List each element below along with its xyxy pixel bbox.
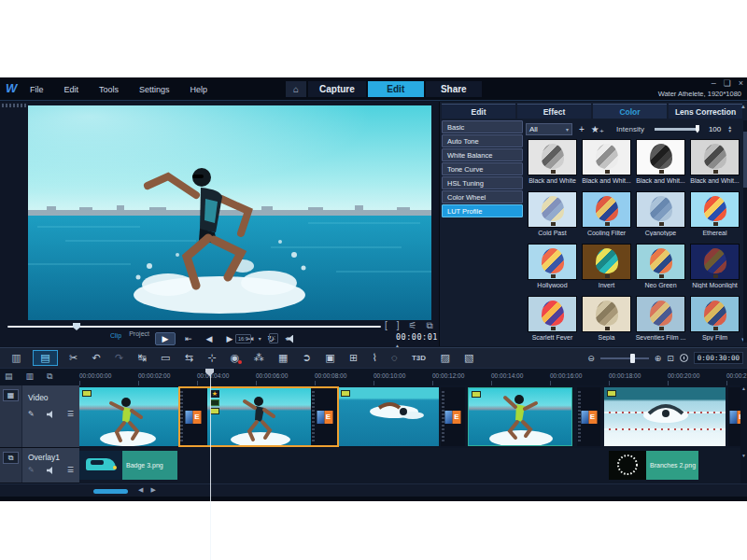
record-capture-icon[interactable]: ◉	[231, 350, 240, 366]
timeline-ruler[interactable]: ▤▥⧉ 00:00:00:0000:00:02:0000:00:04:0000:…	[0, 368, 747, 385]
home-button[interactable]: ⌂	[286, 81, 306, 97]
title-3d-icon[interactable]: T3D	[412, 350, 426, 366]
overlay-mute-icon[interactable]	[47, 467, 55, 474]
lut-item[interactable]: Cyanotype	[634, 189, 688, 242]
sidebar-item-tone-curve[interactable]: Tone Curve	[442, 162, 523, 175]
overlay-fx-brush-icon[interactable]: ✎	[28, 466, 35, 474]
overlay-options-icon[interactable]: ▧	[464, 350, 473, 366]
mark-out-icon[interactable]: ]	[397, 320, 400, 331]
panel-tab-edit[interactable]: Edit	[442, 104, 515, 119]
timeline-view-button[interactable]: ▤	[33, 350, 58, 366]
mask-creator-icon[interactable]: ▭	[161, 350, 170, 366]
overlay-track-lane[interactable]: Badge 3.png Branches 2.png	[79, 448, 747, 483]
panel-tab-color[interactable]: Color	[593, 104, 667, 119]
lut-item[interactable]: Scarlett Fever	[526, 294, 580, 346]
audio-mixer-icon[interactable]: ⁂	[254, 350, 264, 366]
storyboard-view-button[interactable]: ▥	[4, 350, 29, 366]
menu-edit[interactable]: Edit	[63, 83, 81, 96]
lut-item[interactable]: Black and White	[526, 137, 580, 189]
timeline-hscrollbar[interactable]: ◀ ▶	[0, 483, 747, 497]
panel-scrollbar[interactable]	[743, 120, 747, 343]
scroll-right-icon[interactable]: ▶	[150, 486, 155, 494]
undo-icon[interactable]: ↶	[92, 350, 101, 366]
zoom-out-icon[interactable]: ⊖	[587, 354, 595, 363]
intensity-value[interactable]: 100	[709, 125, 721, 133]
transition-4[interactable]: E	[577, 387, 600, 446]
scroll-up-icon[interactable]: ▲	[740, 104, 746, 109]
chroma-key-icon[interactable]: ▦	[278, 350, 288, 366]
sidebar-item-white-balance[interactable]: White Balance	[442, 148, 523, 161]
menu-settings[interactable]: Settings	[137, 83, 172, 96]
video-clip-5[interactable]	[604, 387, 726, 446]
speech-to-text-icon[interactable]: ⌇	[372, 350, 376, 366]
video-fx-brush-icon[interactable]: ✎	[28, 410, 35, 418]
enlarge-dropdown-icon[interactable]: ▾	[286, 335, 289, 342]
video-clip-4[interactable]	[468, 387, 572, 446]
sidebar-item-color-wheel[interactable]: Color Wheel	[442, 190, 523, 203]
overlay-clip-badge[interactable]: Badge 3.png	[79, 451, 177, 480]
hscroll-thumb[interactable]	[93, 489, 128, 494]
lut-item[interactable]: Ethereal	[688, 189, 742, 242]
scissors-icon[interactable]: ✂	[69, 350, 78, 366]
lut-item[interactable]: Invert	[580, 242, 634, 294]
intensity-slider-handle[interactable]	[696, 125, 699, 133]
lut-item[interactable]: Cooling Filter	[580, 189, 634, 242]
sidebar-item-hsl-tuning[interactable]: HSL Tuning	[442, 176, 523, 189]
video-track-icon[interactable]: ▦	[3, 389, 19, 401]
aspect-dropdown-icon[interactable]: ▾	[259, 335, 261, 342]
lut-item[interactable]: Hollywood	[526, 242, 580, 294]
zoom-slider-handle[interactable]	[630, 354, 635, 363]
trim-icon[interactable]: ↹	[138, 350, 147, 366]
multi-trim-icon[interactable]: ⊹	[207, 350, 216, 366]
split-clip-icon[interactable]: ⚟	[409, 320, 417, 331]
subtitle-editor-icon[interactable]: ▣	[325, 350, 334, 366]
sidebar-item-auto-tone[interactable]: Auto Tone	[442, 134, 523, 147]
add-favorite-button[interactable]: ★₊	[591, 124, 604, 134]
previous-frame-button[interactable]: ◀	[202, 332, 217, 345]
lut-item[interactable]: Sepia	[580, 294, 634, 346]
project-duration-timecode[interactable]: 0:00:30:00	[694, 352, 743, 364]
menu-file[interactable]: File	[28, 83, 46, 96]
pan-zoom-icon[interactable]: ➲	[303, 350, 311, 366]
panel-tab-effect[interactable]: Effect	[517, 104, 591, 119]
scrubber-handle[interactable]	[73, 323, 80, 330]
fit-project-icon[interactable]: ⊡	[667, 354, 674, 363]
menu-tools[interactable]: Tools	[97, 83, 120, 96]
video-clip-1[interactable]	[79, 387, 179, 446]
motion-tracking-icon[interactable]: ◌	[391, 350, 398, 366]
jump-start-button[interactable]: ⇤	[181, 332, 196, 345]
intensity-slider[interactable]	[655, 128, 698, 131]
category-dropdown[interactable]: All▾	[526, 123, 572, 135]
lut-item[interactable]: Black and Whit...	[688, 137, 742, 189]
enlarge-button[interactable]: ⛶	[269, 333, 278, 343]
close-button[interactable]: ×	[739, 78, 743, 88]
video-mute-icon[interactable]	[47, 411, 55, 418]
mode-tab-capture[interactable]: Capture	[308, 81, 366, 97]
video-track-lane[interactable]: E ★ E	[79, 385, 747, 448]
mark-in-icon[interactable]: [	[385, 320, 388, 331]
duration-clock-icon[interactable]	[680, 354, 688, 362]
preview-viewer[interactable]	[28, 105, 431, 320]
transition-2[interactable]: E	[311, 387, 338, 446]
overlay-track-icon[interactable]: ⧉	[3, 452, 19, 464]
scroll-left-icon[interactable]: ◀	[138, 486, 143, 494]
lut-item[interactable]: Night Moonlight	[688, 242, 742, 294]
enlarge-preview-icon[interactable]: ⧉	[427, 320, 433, 331]
aspect-ratio-button[interactable]: 16:9	[235, 334, 251, 343]
timeline-vscrollbar[interactable]: ▲▼	[740, 385, 747, 483]
mask-icon[interactable]: ▨	[440, 350, 449, 366]
overlay-track-menu-icon[interactable]: ☰	[67, 466, 74, 474]
panel-tab-lens-correction[interactable]: Lens Correction	[669, 104, 742, 119]
add-lut-button[interactable]: +	[579, 124, 585, 134]
restore-button[interactable]: ❏	[724, 78, 731, 88]
panel-grip[interactable]	[2, 104, 26, 107]
grid-icon[interactable]: ⊞	[349, 350, 358, 366]
split-screen-icon[interactable]: ⇆	[185, 350, 193, 366]
video-clip-2-selected[interactable]: ★	[207, 387, 311, 446]
transition-1[interactable]: E	[179, 387, 207, 446]
preview-scrubber[interactable]	[7, 323, 381, 330]
minimize-button[interactable]: –	[712, 78, 716, 88]
mode-tab-share[interactable]: Share	[426, 81, 482, 97]
lut-item[interactable]: Black and Whit...	[580, 137, 634, 189]
timeline-zoom-slider[interactable]	[600, 357, 649, 359]
